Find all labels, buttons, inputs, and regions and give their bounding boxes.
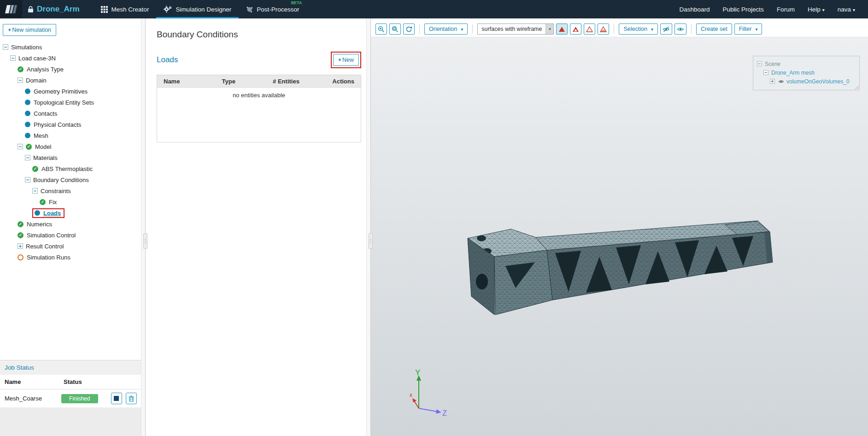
column-header-entities: # Entities bbox=[269, 78, 322, 85]
create-set-button[interactable]: Create set bbox=[696, 24, 732, 35]
render-surfaces-button[interactable] bbox=[556, 24, 568, 35]
tree-item-topological-entity-sets[interactable]: Topological Entity Sets bbox=[0, 97, 145, 108]
tree-item-result-control[interactable]: +Result Control bbox=[0, 241, 145, 252]
beta-badge: BETA bbox=[291, 0, 302, 5]
tree-item-label: Simulation Control bbox=[27, 232, 76, 239]
triangle-hatched-icon bbox=[600, 26, 607, 32]
tree-expander-minus-icon[interactable]: − bbox=[3, 44, 8, 50]
tree-item-contacts[interactable]: Contacts bbox=[0, 108, 145, 119]
tree-item-simulations[interactable]: −Simulations bbox=[0, 41, 145, 53]
status-dot-icon bbox=[25, 100, 30, 105]
delete-job-button[interactable] bbox=[126, 393, 137, 404]
tree-expander-minus-icon[interactable]: − bbox=[10, 55, 16, 61]
post-processor-icon bbox=[246, 6, 253, 13]
eye-icon[interactable] bbox=[778, 79, 784, 84]
help-menu[interactable]: Help▾ bbox=[808, 6, 825, 13]
render-surface-mesh-button[interactable] bbox=[570, 24, 581, 35]
tree-expander-minus-icon[interactable]: − bbox=[18, 77, 23, 83]
show-all-button[interactable] bbox=[674, 24, 686, 35]
scene-tree-root[interactable]: − Scene bbox=[757, 59, 856, 68]
toolbar-separator bbox=[691, 24, 692, 34]
tree-item-boundary-conditions[interactable]: −Boundary Conditions bbox=[0, 174, 145, 185]
tree-expander-plus-icon[interactable]: + bbox=[18, 243, 23, 249]
tree-item-domain[interactable]: −Domain bbox=[0, 75, 145, 86]
tree-item-label: Numerics bbox=[27, 221, 52, 228]
tree-item-abs-thermoplastic[interactable]: ✓ABS Thermoplastic bbox=[0, 163, 145, 174]
stop-icon bbox=[114, 396, 119, 401]
scene-tree-volume[interactable]: + volumeOnGeoVolumes_0 bbox=[757, 77, 856, 86]
hide-selected-button[interactable] bbox=[660, 24, 672, 35]
status-badge: Finished bbox=[61, 394, 98, 403]
status-check-icon: ✓ bbox=[40, 199, 46, 205]
job-status-row[interactable]: Mesh_Coarse Finished bbox=[0, 389, 145, 407]
volume-label: volumeOnGeoVolumes_0 bbox=[786, 78, 850, 85]
status-dot-icon bbox=[25, 133, 30, 138]
sidebar-resize-handle[interactable]: ⋮ bbox=[143, 233, 147, 249]
user-menu[interactable]: nava▾ bbox=[838, 6, 855, 13]
scene-tree-mesh[interactable]: − Drone_Arm mesh bbox=[757, 68, 856, 77]
project-title-group: Drone_Arm bbox=[28, 5, 80, 14]
sidebar-scrollbar[interactable] bbox=[141, 18, 145, 436]
new-simulation-button[interactable]: +New simulation bbox=[3, 24, 56, 36]
tree-item-numerics[interactable]: ✓Numerics bbox=[0, 218, 145, 230]
tab-mesh-creator[interactable]: Mesh Creator bbox=[94, 0, 157, 18]
zoom-fit-button[interactable] bbox=[389, 24, 401, 35]
selection-dropdown[interactable]: Selection▾ bbox=[619, 24, 657, 35]
tree-item-analysis-type[interactable]: ✓Analysis Type bbox=[0, 64, 145, 75]
tree-item-physical-contacts[interactable]: Physical Contacts bbox=[0, 119, 145, 130]
render-hidden-mesh-button[interactable] bbox=[598, 24, 609, 35]
filter-dropdown[interactable]: Filter▾ bbox=[734, 24, 762, 35]
tree-item-geometry-primitives[interactable]: Geometry Primitives bbox=[0, 86, 145, 97]
tree-item-materials[interactable]: −Materials bbox=[0, 152, 145, 163]
tree-expander-minus-icon[interactable]: − bbox=[32, 188, 38, 194]
public-projects-link[interactable]: Public Projects bbox=[723, 6, 764, 13]
tree-item-mesh[interactable]: Mesh bbox=[0, 130, 145, 141]
viewport-canvas[interactable]: − Scene − Drone_Arm mesh + volumeOnGeoVo… bbox=[371, 37, 868, 436]
zoom-in-button[interactable] bbox=[375, 24, 387, 35]
plus-icon: + bbox=[8, 27, 11, 33]
tree-item-constraints[interactable]: −Constraints bbox=[0, 185, 145, 196]
panel-resize-handle[interactable]: ⋮ bbox=[369, 233, 373, 249]
tree-item-label: ABS Thermoplastic bbox=[41, 165, 93, 172]
stop-job-button[interactable] bbox=[111, 393, 122, 404]
tree-item-model[interactable]: −✓Model bbox=[0, 141, 145, 152]
mesh-label: Drone_Arm mesh bbox=[771, 70, 815, 76]
drone-arm-mesh-render[interactable] bbox=[467, 218, 774, 347]
render-mode-select[interactable]: surfaces with wireframe ▼ bbox=[477, 24, 554, 35]
tab-simulation-designer[interactable]: Simulation Designer bbox=[156, 0, 239, 18]
axes-triad: Y Z x bbox=[405, 369, 449, 418]
column-header-name: Name bbox=[5, 378, 64, 385]
tree-expander-plus-icon[interactable]: + bbox=[770, 79, 775, 84]
new-button-annotation: +New bbox=[331, 52, 361, 68]
render-wireframe-button[interactable] bbox=[584, 24, 595, 35]
tree-item-loads[interactable]: Loads bbox=[0, 207, 145, 218]
tree-expander-minus-icon[interactable]: − bbox=[763, 70, 768, 75]
tree-expander-minus-icon[interactable]: − bbox=[757, 61, 762, 66]
refresh-button[interactable] bbox=[403, 24, 415, 35]
entities-table-header: NameType# EntitiesActions bbox=[157, 75, 361, 88]
dashboard-link[interactable]: Dashboard bbox=[680, 6, 710, 13]
tree-item-simulation-control[interactable]: ✓Simulation Control bbox=[0, 230, 145, 241]
project-title: Drone_Arm bbox=[37, 5, 80, 14]
tab-post-processor[interactable]: BETA Post-Processor bbox=[239, 0, 306, 18]
navbar-links: Dashboard Public Projects Forum Help▾ na… bbox=[680, 6, 868, 13]
tree-item-label: Result Control bbox=[26, 243, 64, 250]
tree-item-fix[interactable]: ✓Fix bbox=[0, 196, 145, 207]
forum-link[interactable]: Forum bbox=[777, 6, 795, 13]
refresh-icon bbox=[405, 26, 412, 33]
resize-corner-icon[interactable] bbox=[854, 85, 859, 89]
tree-item-label: Mesh bbox=[34, 132, 48, 139]
tree-expander-minus-icon[interactable]: − bbox=[18, 144, 23, 149]
axis-z-label: Z bbox=[442, 409, 447, 417]
empty-message: no entities available bbox=[233, 92, 285, 99]
simscale-logo[interactable] bbox=[0, 0, 22, 18]
tree-expander-minus-icon[interactable]: − bbox=[25, 155, 30, 160]
orientation-dropdown[interactable]: Orientation▾ bbox=[424, 24, 468, 35]
status-dot-icon bbox=[25, 88, 30, 94]
new-load-button[interactable]: +New bbox=[333, 54, 359, 66]
tree-item-label: Simulations bbox=[11, 44, 42, 51]
panel-scrollbar[interactable] bbox=[366, 18, 370, 436]
tree-expander-minus-icon[interactable]: − bbox=[25, 177, 30, 183]
tree-item-load-case-3n[interactable]: −Load case-3N bbox=[0, 53, 145, 64]
tree-item-simulation-runs[interactable]: Simulation Runs bbox=[0, 252, 145, 263]
